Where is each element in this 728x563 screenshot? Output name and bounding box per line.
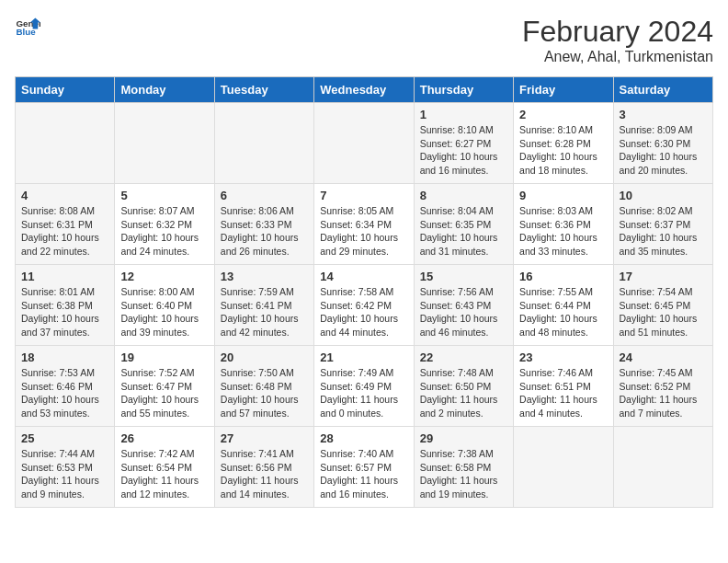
day-info: Sunrise: 7:53 AM Sunset: 6:46 PM Dayligh…	[21, 366, 108, 420]
day-header-monday: Monday	[115, 77, 214, 103]
day-info: Sunrise: 8:01 AM Sunset: 6:38 PM Dayligh…	[21, 285, 108, 339]
day-info: Sunrise: 8:00 AM Sunset: 6:40 PM Dayligh…	[120, 285, 208, 339]
day-number: 13	[221, 270, 308, 283]
day-info: Sunrise: 7:44 AM Sunset: 6:53 PM Dayligh…	[21, 447, 108, 501]
calendar-cell: 17Sunrise: 7:54 AM Sunset: 6:45 PM Dayli…	[613, 265, 712, 346]
day-header-thursday: Thursday	[414, 77, 513, 103]
calendar-cell: 5Sunrise: 8:07 AM Sunset: 6:32 PM Daylig…	[115, 184, 214, 265]
day-info: Sunrise: 7:46 AM Sunset: 6:51 PM Dayligh…	[519, 366, 607, 420]
calendar-cell: 28Sunrise: 7:40 AM Sunset: 6:57 PM Dayli…	[314, 427, 414, 508]
calendar-week-2: 4Sunrise: 8:08 AM Sunset: 6:31 PM Daylig…	[16, 184, 713, 265]
calendar-cell: 16Sunrise: 7:55 AM Sunset: 6:44 PM Dayli…	[514, 265, 613, 346]
calendar-cell: 27Sunrise: 7:41 AM Sunset: 6:56 PM Dayli…	[214, 427, 313, 508]
day-header-tuesday: Tuesday	[214, 77, 313, 103]
day-info: Sunrise: 7:48 AM Sunset: 6:50 PM Dayligh…	[420, 366, 507, 420]
calendar-cell	[214, 103, 313, 184]
day-number: 7	[320, 189, 407, 202]
day-info: Sunrise: 7:52 AM Sunset: 6:47 PM Dayligh…	[120, 366, 208, 420]
day-header-saturday: Saturday	[613, 77, 712, 103]
location-title: Anew, Ahal, Turkmenistan	[522, 49, 713, 65]
day-info: Sunrise: 8:08 AM Sunset: 6:31 PM Dayligh…	[21, 204, 108, 259]
calendar-cell: 2Sunrise: 8:10 AM Sunset: 6:28 PM Daylig…	[514, 103, 613, 184]
calendar-week-1: 1Sunrise: 8:10 AM Sunset: 6:27 PM Daylig…	[16, 103, 713, 184]
day-number: 27	[221, 431, 308, 445]
calendar-cell	[115, 103, 214, 184]
logo-icon: General Blue	[15, 15, 40, 40]
day-info: Sunrise: 7:58 AM Sunset: 6:42 PM Dayligh…	[320, 285, 407, 339]
calendar-cell: 3Sunrise: 8:09 AM Sunset: 6:30 PM Daylig…	[613, 103, 712, 184]
day-info: Sunrise: 7:50 AM Sunset: 6:48 PM Dayligh…	[221, 366, 308, 420]
day-header-wednesday: Wednesday	[314, 77, 414, 103]
calendar-cell: 26Sunrise: 7:42 AM Sunset: 6:54 PM Dayli…	[115, 427, 214, 508]
day-info: Sunrise: 8:10 AM Sunset: 6:27 PM Dayligh…	[420, 123, 507, 178]
calendar-cell: 4Sunrise: 8:08 AM Sunset: 6:31 PM Daylig…	[16, 184, 115, 265]
day-info: Sunrise: 7:55 AM Sunset: 6:44 PM Dayligh…	[519, 285, 607, 339]
calendar-cell: 13Sunrise: 7:59 AM Sunset: 6:41 PM Dayli…	[214, 265, 313, 346]
day-info: Sunrise: 7:59 AM Sunset: 6:41 PM Dayligh…	[221, 285, 308, 339]
day-number: 17	[620, 270, 707, 283]
day-number: 8	[420, 189, 507, 202]
day-number: 21	[320, 350, 407, 364]
calendar-cell: 21Sunrise: 7:49 AM Sunset: 6:49 PM Dayli…	[314, 346, 414, 427]
day-number: 22	[420, 350, 507, 364]
calendar-cell: 7Sunrise: 8:05 AM Sunset: 6:34 PM Daylig…	[314, 184, 414, 265]
day-info: Sunrise: 7:40 AM Sunset: 6:57 PM Dayligh…	[320, 447, 407, 501]
day-number: 6	[221, 189, 308, 202]
day-info: Sunrise: 7:41 AM Sunset: 6:56 PM Dayligh…	[221, 447, 308, 501]
day-header-sunday: Sunday	[16, 77, 115, 103]
day-number: 20	[221, 350, 308, 364]
calendar-cell: 10Sunrise: 8:02 AM Sunset: 6:37 PM Dayli…	[613, 184, 712, 265]
day-number: 23	[519, 350, 607, 364]
day-number: 26	[120, 431, 208, 445]
calendar-cell: 18Sunrise: 7:53 AM Sunset: 6:46 PM Dayli…	[16, 346, 115, 427]
calendar-week-3: 11Sunrise: 8:01 AM Sunset: 6:38 PM Dayli…	[16, 265, 713, 346]
calendar-cell: 22Sunrise: 7:48 AM Sunset: 6:50 PM Dayli…	[414, 346, 513, 427]
day-number: 29	[420, 431, 507, 445]
day-info: Sunrise: 7:49 AM Sunset: 6:49 PM Dayligh…	[320, 366, 407, 420]
calendar-cell: 11Sunrise: 8:01 AM Sunset: 6:38 PM Dayli…	[16, 265, 115, 346]
calendar-cell: 20Sunrise: 7:50 AM Sunset: 6:48 PM Dayli…	[214, 346, 313, 427]
day-number: 24	[620, 350, 707, 364]
calendar-week-5: 25Sunrise: 7:44 AM Sunset: 6:53 PM Dayli…	[16, 427, 713, 508]
day-number: 28	[320, 431, 407, 445]
calendar-cell: 9Sunrise: 8:03 AM Sunset: 6:36 PM Daylig…	[514, 184, 613, 265]
day-number: 5	[120, 189, 208, 202]
calendar-cell	[16, 103, 115, 184]
calendar-cell: 1Sunrise: 8:10 AM Sunset: 6:27 PM Daylig…	[414, 103, 513, 184]
title-area: February 2024 Anew, Ahal, Turkmenistan	[522, 15, 713, 65]
day-number: 19	[120, 350, 208, 364]
day-info: Sunrise: 8:06 AM Sunset: 6:33 PM Dayligh…	[221, 204, 308, 259]
day-info: Sunrise: 8:04 AM Sunset: 6:35 PM Dayligh…	[420, 204, 507, 259]
day-number: 9	[519, 189, 607, 202]
day-number: 3	[620, 108, 707, 121]
day-number: 11	[21, 270, 108, 283]
logo: General Blue	[15, 15, 40, 40]
day-info: Sunrise: 7:56 AM Sunset: 6:43 PM Dayligh…	[420, 285, 507, 339]
day-info: Sunrise: 7:45 AM Sunset: 6:52 PM Dayligh…	[620, 366, 707, 420]
month-title: February 2024	[522, 15, 713, 49]
day-number: 2	[519, 108, 607, 121]
calendar-cell: 29Sunrise: 7:38 AM Sunset: 6:58 PM Dayli…	[414, 427, 513, 508]
day-info: Sunrise: 8:07 AM Sunset: 6:32 PM Dayligh…	[120, 204, 208, 259]
calendar-table: SundayMondayTuesdayWednesdayThursdayFrid…	[15, 76, 713, 508]
day-info: Sunrise: 8:10 AM Sunset: 6:28 PM Dayligh…	[519, 123, 607, 178]
day-info: Sunrise: 7:42 AM Sunset: 6:54 PM Dayligh…	[120, 447, 208, 501]
day-info: Sunrise: 8:03 AM Sunset: 6:36 PM Dayligh…	[519, 204, 607, 259]
page-header: General Blue February 2024 Anew, Ahal, T…	[15, 15, 713, 65]
day-number: 15	[420, 270, 507, 283]
calendar-week-4: 18Sunrise: 7:53 AM Sunset: 6:46 PM Dayli…	[16, 346, 713, 427]
calendar-cell: 6Sunrise: 8:06 AM Sunset: 6:33 PM Daylig…	[214, 184, 313, 265]
day-number: 18	[21, 350, 108, 364]
calendar-cell	[314, 103, 414, 184]
calendar-cell: 8Sunrise: 8:04 AM Sunset: 6:35 PM Daylig…	[414, 184, 513, 265]
calendar-cell: 25Sunrise: 7:44 AM Sunset: 6:53 PM Dayli…	[16, 427, 115, 508]
calendar-cell: 14Sunrise: 7:58 AM Sunset: 6:42 PM Dayli…	[314, 265, 414, 346]
day-number: 25	[21, 431, 108, 445]
day-number: 1	[420, 108, 507, 121]
calendar-cell	[514, 427, 613, 508]
day-info: Sunrise: 7:54 AM Sunset: 6:45 PM Dayligh…	[620, 285, 707, 339]
day-info: Sunrise: 7:38 AM Sunset: 6:58 PM Dayligh…	[420, 447, 507, 501]
day-number: 4	[21, 189, 108, 202]
day-number: 12	[120, 270, 208, 283]
day-info: Sunrise: 8:09 AM Sunset: 6:30 PM Dayligh…	[620, 123, 707, 178]
